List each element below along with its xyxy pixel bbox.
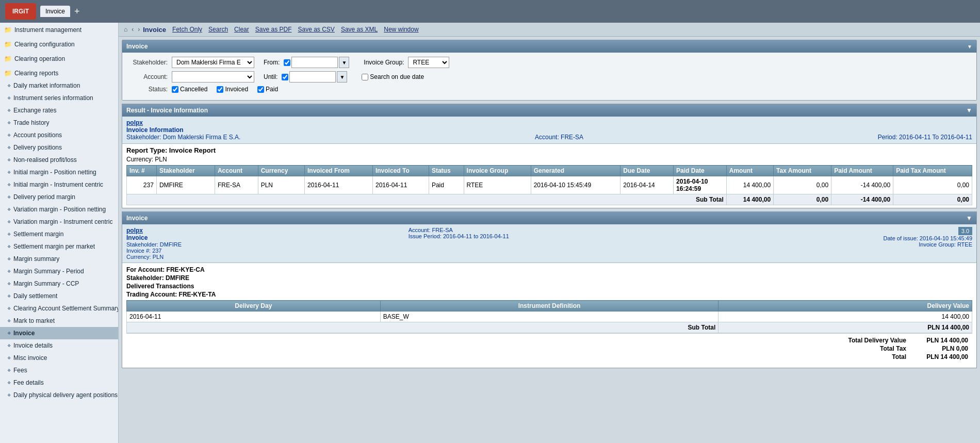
sidebar-item-invoice[interactable]: ❖ Invoice (0, 327, 118, 339)
inv-subtitle: Invoice Information (126, 126, 184, 134)
nav-forward-button[interactable]: › (137, 26, 141, 33)
status-paid-checkbox[interactable] (257, 86, 264, 93)
dot-icon: ❖ (7, 244, 11, 249)
dot-icon: ❖ (7, 195, 11, 200)
sidebar-item-initial-margin-pos[interactable]: ❖ Initial margin - Position netting (0, 166, 118, 178)
dot-icon: ❖ (7, 282, 11, 286)
sidebar-label: Clearing operation (14, 55, 65, 62)
from-date-checkbox[interactable] (284, 59, 290, 66)
status-cancelled-checkbox[interactable] (172, 86, 178, 93)
sidebar-item-margin-summary[interactable]: ❖ Margin summary (0, 253, 118, 265)
status-invoiced-checkbox[interactable] (217, 86, 223, 93)
stakeholder-select[interactable]: Dom Maklerski Firma E (172, 57, 254, 68)
account-select[interactable] (172, 71, 254, 83)
page-title: Invoice (143, 26, 166, 34)
sidebar-item-non-realised[interactable]: ❖ Non-realised profit/loss (0, 154, 118, 166)
sidebar-label: Clearing configuration (14, 41, 75, 48)
cell-delivery-value: 14 400,00 (718, 311, 972, 322)
sidebar-item-instrument-series[interactable]: ❖ Instrument series information (0, 92, 118, 104)
sidebar-item-trade-history[interactable]: ❖ Trade history (0, 117, 118, 129)
search-on-due-date-checkbox[interactable] (362, 74, 368, 80)
cell-stakeholder: DMFIRE (156, 176, 215, 194)
sidebar-item-clearing-operation[interactable]: 📁 Clearing operation (0, 53, 118, 65)
status-invoiced-label: Invoiced (217, 86, 248, 93)
total-value: PLN 14 400,00 (917, 353, 968, 360)
until-date-checkbox[interactable] (282, 74, 288, 80)
home-icon[interactable]: ⌂ (123, 26, 128, 33)
sidebar-item-settlement-margin[interactable]: ❖ Settlement margin (0, 228, 118, 240)
add-tab-button[interactable]: + (74, 6, 80, 17)
sidebar-item-daily-settlement[interactable]: ❖ Daily settlement (0, 290, 118, 302)
sidebar-item-exchange-rates[interactable]: ❖ Exchange rates (0, 104, 118, 117)
sidebar-item-physical-delivery[interactable]: ❖ Daily physical delivery agent position… (0, 389, 118, 401)
result-header: Result - Invoice Information ▼ (122, 104, 976, 117)
sidebar-item-settlement-market[interactable]: ❖ Settlement margin per market (0, 240, 118, 253)
delivery-subtotal-label: Sub Total (127, 322, 718, 333)
from-date-input[interactable]: 2016-04-11 (291, 57, 338, 68)
save-xml-button[interactable]: Save as XML (339, 25, 380, 34)
from-date-field: 2016-04-11 ▼ (284, 57, 349, 68)
sidebar-group-clearing-reports: 📁 Clearing reports ❖ Daily market inform… (0, 66, 118, 402)
inv-meta-account: Account: FRE-SA (535, 134, 583, 141)
inv-detail-polpx-link[interactable]: polpx (126, 227, 143, 234)
result-collapse-button[interactable]: ▼ (966, 107, 972, 114)
inv-detail-left: polpx Invoice Stakeholder: DMFIRE Invoic… (126, 227, 409, 260)
invoice-search-header: Invoice ▼ (122, 40, 976, 53)
cell-paid-tax-amount: 0,00 (893, 176, 972, 194)
search-button[interactable]: Search (206, 25, 230, 34)
sidebar-item-instrument-management[interactable]: 📁 Instrument management (0, 24, 118, 36)
inv-detail-mid: Account: FRE-SA Issue Period: 2016-04-11… (409, 227, 691, 239)
sidebar-item-clearing-account[interactable]: ❖ Clearing Account Settlement Summary (0, 302, 118, 315)
sidebar-item-misc-invoice[interactable]: ❖ Misc invoice (0, 352, 118, 364)
cell-due-date: 2016-04-14 (620, 176, 674, 194)
sidebar-item-fee-details[interactable]: ❖ Fee details (0, 376, 118, 389)
sidebar-item-margin-summary-ccp[interactable]: ❖ Margin Summary - CCP (0, 277, 118, 290)
fetch-only-button[interactable]: Fetch Only (170, 25, 204, 34)
invoice-detail-section: Invoice ▼ polpx Invoice Stakeholder: DMF… (122, 211, 977, 368)
sidebar-item-account-positions[interactable]: ❖ Account positions (0, 129, 118, 141)
sidebar-item-variation-instr[interactable]: ❖ Variation margin - Instrument centric (0, 216, 118, 228)
sidebar: 📁 Instrument management 📁 Clearing confi… (0, 23, 119, 443)
sidebar-item-delivery-period[interactable]: ❖ Delivery period margin (0, 191, 118, 203)
invoice-detail-collapse-button[interactable]: ▼ (966, 215, 972, 222)
invoice-group-label: Invoice Group: (364, 59, 404, 66)
sidebar-label: Clearing reports (14, 70, 58, 77)
sidebar-item-mark-to-market[interactable]: ❖ Mark to market (0, 315, 118, 327)
new-window-button[interactable]: New window (382, 25, 420, 34)
from-calendar-button[interactable]: ▼ (339, 57, 349, 68)
cell-inv-num: 237 (127, 176, 157, 194)
clear-button[interactable]: Clear (232, 25, 251, 34)
app-logo: IRGiT (5, 3, 36, 20)
from-label: From: (264, 59, 280, 66)
save-csv-button[interactable]: Save as CSV (296, 25, 337, 34)
sidebar-item-invoice-details[interactable]: ❖ Invoice details (0, 339, 118, 352)
nav-back-button[interactable]: ‹ (130, 26, 135, 33)
col-account: Account (215, 166, 258, 176)
sidebar-item-clearing-configuration[interactable]: 📁 Clearing configuration (0, 38, 118, 51)
invoice-detail-title: Invoice (126, 215, 148, 222)
inv-meta-period: Period: 2016-04-11 To 2016-04-11 (878, 134, 972, 141)
until-calendar-button[interactable]: ▼ (337, 71, 347, 83)
sidebar-item-fees[interactable]: ❖ Fees (0, 364, 118, 376)
sidebar-item-clearing-reports[interactable]: 📁 Clearing reports (0, 67, 118, 79)
sidebar-item-variation-pos[interactable]: ❖ Variation margin - Position netting (0, 203, 118, 216)
collapse-button[interactable]: ▼ (967, 44, 972, 50)
sidebar-item-daily-market[interactable]: ❖ Daily market information (0, 79, 118, 92)
dot-icon: ❖ (7, 331, 11, 336)
col-invoiced-to: Invoiced To (372, 166, 429, 176)
cell-instrument: BASE_W (380, 311, 718, 322)
sidebar-item-margin-summary-period[interactable]: ❖ Margin Summary - Period (0, 265, 118, 277)
dot-icon: ❖ (7, 170, 11, 175)
inv-polpx-link[interactable]: polpx (126, 119, 143, 126)
invoice-tab[interactable]: Invoice (40, 6, 70, 17)
until-date-input[interactable]: 2016-04-11 (289, 71, 336, 83)
col-invoice-group: Invoice Group (464, 166, 531, 176)
subtotal-paid: -14 400,00 (831, 194, 893, 205)
sidebar-item-delivery-positions[interactable]: ❖ Delivery positions (0, 141, 118, 154)
invoice-search-panel: Invoice ▼ Stakeholder: Dom Maklerski Fir… (122, 40, 977, 101)
sidebar-item-initial-margin-instr[interactable]: ❖ Initial margin - Instrument centric (0, 178, 118, 191)
status-row: Status: Cancelled Invoiced Paid (126, 86, 972, 93)
save-pdf-button[interactable]: Save as PDF (253, 25, 294, 34)
invoice-info-block: polpx Invoice Information Stakeholder: D… (122, 117, 976, 144)
invoice-group-select[interactable]: RTEE (408, 57, 449, 68)
